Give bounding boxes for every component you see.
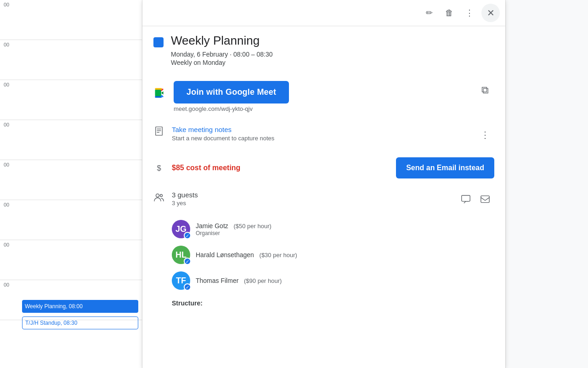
meet-section: Join with Google Meet meet.google.com/wd… xyxy=(153,75,494,118)
guests-section: 3 guests 3 yes xyxy=(153,184,494,216)
svg-rect-1 xyxy=(156,127,163,135)
time-00-1: 00 xyxy=(0,0,142,40)
guests-content: 3 guests 3 yes xyxy=(172,191,449,207)
edit-icon: ✏ xyxy=(426,8,433,18)
guest-list: JG ✓ Jamie Gotz ($50 per hour) Organiser… xyxy=(153,216,494,293)
email-icon xyxy=(480,194,490,207)
event-detail-panel: ✏ 🗑 ⋮ ✕ Weekly Planning Monday, 6 Februa… xyxy=(142,0,505,368)
cost-icon: $ xyxy=(153,162,164,173)
chat-icon xyxy=(461,194,471,207)
cost-amount: $85 cost of meeting xyxy=(172,164,240,172)
event-recurrence: Weekly on Monday xyxy=(171,59,273,66)
delete-icon: 🗑 xyxy=(445,8,453,18)
meet-content: Join with Google Meet meet.google.com/wd… xyxy=(174,81,469,112)
time-00-6: 00 xyxy=(0,200,142,240)
notes-more-button[interactable]: ⋮ xyxy=(476,126,494,144)
guests-count: 3 guests xyxy=(172,191,449,199)
guests-actions xyxy=(457,191,494,209)
copy-icon: ⧉ xyxy=(481,84,489,96)
close-button[interactable]: ✕ xyxy=(481,4,500,22)
guest-name-thomas: Thomas Filmer ($90 per hour) xyxy=(196,277,282,284)
time-slots: 00 00 00 00 00 00 00 00 xyxy=(0,0,142,368)
time-00-3: 00 xyxy=(0,80,142,120)
right-sidebar xyxy=(505,0,588,368)
panel-content: Weekly Planning Monday, 6 February · 08:… xyxy=(142,26,505,320)
svg-rect-8 xyxy=(462,195,470,201)
notes-content: Take meeting notes Start a new document … xyxy=(172,126,469,142)
svg-point-6 xyxy=(156,194,159,197)
more-icon: ⋮ xyxy=(465,8,474,18)
notes-icon xyxy=(153,126,164,137)
notes-actions: ⋮ xyxy=(476,126,494,144)
notes-section: Take meeting notes Start a new document … xyxy=(153,118,494,152)
meet-link: meet.google.com/wdj-ykto-qjv xyxy=(174,105,469,112)
guest-check-thomas: ✓ xyxy=(184,283,191,291)
guests-yes: 3 yes xyxy=(172,200,449,207)
join-meet-button[interactable]: Join with Google Meet xyxy=(174,81,289,104)
more-options-button[interactable]: ⋮ xyxy=(461,5,478,21)
time-00-2: 00 xyxy=(0,40,142,80)
structure-section: Structure: xyxy=(153,293,494,309)
edit-button[interactable]: ✏ xyxy=(421,5,437,21)
guest-chat-button[interactable] xyxy=(457,191,475,209)
svg-text:$: $ xyxy=(157,164,161,172)
guest-item-jamie: JG ✓ Jamie Gotz ($50 per hour) Organiser xyxy=(153,216,494,242)
guest-name-jamie: Jamie Gotz ($50 per hour) xyxy=(196,222,271,230)
notes-more-icon: ⋮ xyxy=(481,129,490,140)
cost-actions: Send an Email instead xyxy=(396,157,494,178)
google-meet-logo xyxy=(153,86,166,99)
take-notes-link[interactable]: Take meeting notes xyxy=(172,126,232,133)
panel-toolbar: ✏ 🗑 ⋮ ✕ xyxy=(142,0,505,26)
guests-icon xyxy=(153,192,164,203)
time-00-7: 00 xyxy=(0,240,142,280)
time-00-5: 00 xyxy=(0,160,142,200)
guest-item-thomas: TF ✓ Thomas Filmer ($90 per hour) xyxy=(153,268,494,293)
notes-description: Start a new document to capture notes xyxy=(172,135,469,142)
delete-button[interactable]: 🗑 xyxy=(441,5,458,21)
guest-email-button[interactable] xyxy=(476,191,494,209)
guest-info-jamie: Jamie Gotz ($50 per hour) Organiser xyxy=(196,222,271,236)
event-header: Weekly Planning Monday, 6 February · 08:… xyxy=(153,34,494,66)
time-00-4: 00 xyxy=(0,120,142,160)
svg-rect-0 xyxy=(155,90,161,96)
event-info: Weekly Planning Monday, 6 February · 08:… xyxy=(171,34,273,66)
meet-button-label: Join with Google Meet xyxy=(187,87,276,97)
calendar-event-standup[interactable]: T/J/H Standup, 08:30 xyxy=(22,316,138,329)
guest-check-harald: ✓ xyxy=(184,258,191,265)
calendar-event-weekly-planning[interactable]: Weekly Planning, 08:00 xyxy=(22,300,138,313)
event-title: Weekly Planning xyxy=(171,34,273,48)
guest-check-jamie: ✓ xyxy=(184,232,191,239)
cost-section: $ $85 cost of meeting Send an Email inst… xyxy=(153,152,494,184)
meet-actions: ⧉ xyxy=(476,81,494,99)
calendar-sidebar: 00 00 00 00 00 00 00 00 Weekly Planning,… xyxy=(0,0,142,368)
guest-item-harald: HL ✓ Harald Lønsethagen ($30 per hour) xyxy=(153,242,494,268)
send-email-button[interactable]: Send an Email instead xyxy=(396,157,494,178)
event-color-indicator xyxy=(153,37,164,47)
cost-content: $85 cost of meeting xyxy=(172,164,389,172)
structure-title: Structure: xyxy=(172,299,203,307)
guest-info-harald: Harald Lønsethagen ($30 per hour) xyxy=(196,251,297,259)
close-icon: ✕ xyxy=(487,7,495,18)
guest-role-jamie: Organiser xyxy=(196,230,271,236)
svg-point-7 xyxy=(160,195,163,197)
guest-name-harald: Harald Lønsethagen ($30 per hour) xyxy=(196,251,297,259)
copy-meet-link-button[interactable]: ⧉ xyxy=(476,81,494,99)
guest-info-thomas: Thomas Filmer ($90 per hour) xyxy=(196,277,282,284)
svg-rect-9 xyxy=(481,196,489,202)
event-date: Monday, 6 February · 08:00 – 08:30 xyxy=(171,51,273,58)
